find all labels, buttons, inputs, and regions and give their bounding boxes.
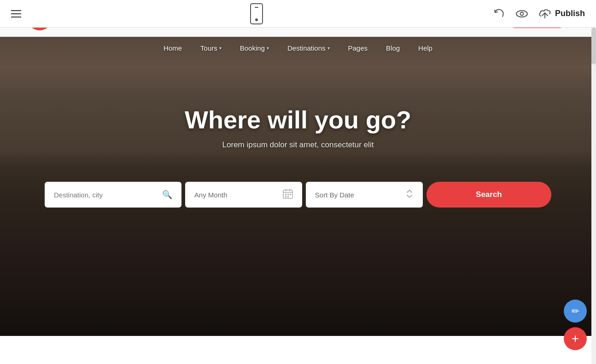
undo-icon[interactable]: [492, 7, 505, 20]
fab-add-button[interactable]: +: [564, 327, 587, 350]
nav-item-pages[interactable]: Pages: [348, 44, 368, 52]
scrollbar-thumb[interactable]: [591, 28, 596, 64]
hero-content: Where will you go? Lorem ipsum dolor sit…: [0, 105, 596, 150]
svg-rect-13: [285, 196, 286, 197]
svg-rect-14: [287, 196, 289, 197]
svg-rect-12: [290, 194, 291, 195]
sort-text: Sort By Date: [315, 191, 354, 199]
nav-item-destinations[interactable]: Destinations ▾: [287, 44, 330, 52]
destinations-caret: ▾: [327, 46, 330, 51]
tours-caret: ▾: [219, 46, 222, 51]
destination-field[interactable]: 🔍: [45, 182, 181, 208]
preview-icon[interactable]: [514, 7, 529, 20]
mobile-preview-icon[interactable]: [250, 3, 263, 24]
search-bar: 🔍 Any Month Sort By Date: [45, 182, 551, 208]
site-nav: Home Tours ▾ Booking ▾ Destinations ▾ Pa…: [0, 38, 596, 58]
publish-label: Publish: [555, 9, 585, 18]
hero-title: Where will you go?: [0, 105, 596, 134]
add-icon: +: [572, 331, 579, 346]
toolbar-center: [250, 3, 263, 24]
fab-edit-button[interactable]: ✏: [564, 300, 587, 323]
svg-point-1: [520, 12, 523, 15]
toolbar-left: [11, 10, 21, 17]
calendar-icon: [283, 189, 293, 201]
month-text: Any Month: [194, 191, 228, 199]
svg-point-0: [516, 11, 527, 17]
svg-rect-11: [287, 194, 289, 195]
toolbar-right: Publish: [492, 7, 585, 20]
nav-item-booking[interactable]: Booking ▾: [240, 44, 269, 52]
hero-subtitle: Lorem ipsum dolor sit amet, consectetur …: [0, 140, 596, 150]
destination-search-icon: 🔍: [162, 190, 172, 200]
fab-container: ✏ +: [564, 300, 587, 350]
cloud-upload-icon: [538, 8, 551, 19]
destination-input[interactable]: [54, 191, 162, 199]
toolbar: Publish: [0, 0, 596, 28]
hamburger-icon[interactable]: [11, 10, 21, 17]
search-button[interactable]: Search: [427, 182, 551, 208]
sort-field[interactable]: Sort By Date: [306, 182, 423, 208]
booking-caret: ▾: [267, 46, 269, 51]
nav-item-help[interactable]: Help: [418, 44, 432, 52]
svg-rect-10: [285, 194, 286, 195]
edit-icon: ✏: [572, 306, 579, 317]
nav-item-blog[interactable]: Blog: [386, 44, 400, 52]
scrollbar[interactable]: [591, 28, 596, 364]
nav-item-tours[interactable]: Tours ▾: [200, 44, 222, 52]
publish-button[interactable]: Publish: [538, 8, 585, 19]
hero-section: TravelM4 + (123) 1800-567-8990 + (456) 2…: [0, 0, 596, 336]
month-field[interactable]: Any Month: [185, 182, 302, 208]
nav-item-home[interactable]: Home: [164, 44, 182, 52]
sort-arrows-icon: [405, 189, 414, 201]
